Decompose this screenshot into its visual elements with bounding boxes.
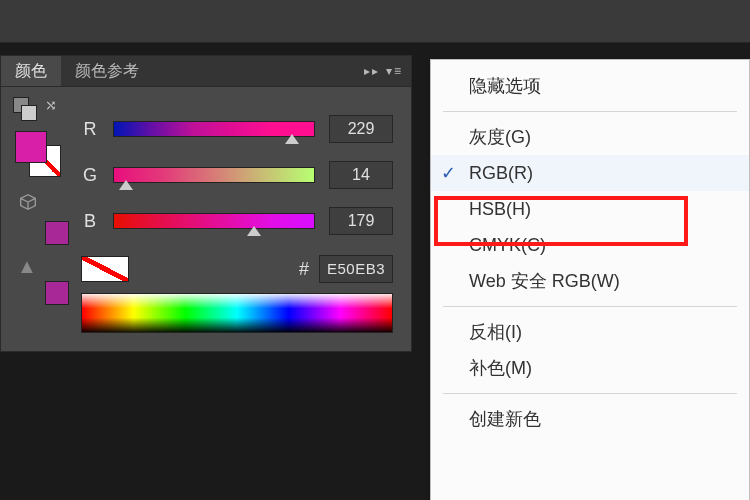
b-value[interactable]: 179 [329,207,393,235]
workspace: 颜色 颜色参考 ▸▸ ▾≡ ⤭ ▲ [0,43,750,500]
menu-hide-options[interactable]: 隐藏选项 [431,68,749,104]
color-mode-menu: 隐藏选项 灰度(G) ✓RGB(R) HSB(H) CMYK(C) Web 安全… [430,59,750,500]
menu-separator [443,306,737,307]
menu-web-safe[interactable]: Web 安全 RGB(W) [431,263,749,299]
menu-invert[interactable]: 反相(I) [431,314,749,350]
menu-separator [443,393,737,394]
tab-color-guide[interactable]: 颜色参考 [61,56,153,86]
menu-complement[interactable]: 补色(M) [431,350,749,386]
hex-hash: # [299,259,309,280]
panel-tabs: 颜色 颜色参考 ▸▸ ▾≡ [1,56,411,87]
r-label: R [81,119,99,140]
cube-icon [17,191,39,213]
menu-create-new[interactable]: 创建新色 [431,401,749,437]
g-thumb[interactable] [119,180,133,190]
b-slider[interactable] [113,213,315,229]
menu-hsb[interactable]: HSB(H) [431,191,749,227]
r-value[interactable]: 229 [329,115,393,143]
panel-menu-icon[interactable]: ▾≡ [386,64,403,78]
fg-bg-swatch[interactable] [15,131,61,177]
g-label: G [81,165,99,186]
color-spectrum[interactable] [81,293,393,333]
g-value[interactable]: 14 [329,161,393,189]
b-label: B [81,211,99,232]
menu-rgb-label: RGB(R) [469,163,533,184]
collapse-icon[interactable]: ▸▸ [364,64,380,78]
out-of-gamut-swatch[interactable] [45,221,69,245]
web-safe-swatch[interactable] [45,281,69,305]
swap-swatches-icon[interactable] [13,97,37,121]
b-thumb[interactable] [247,226,261,236]
menu-cmyk[interactable]: CMYK(C) [431,227,749,263]
fg-color[interactable] [15,131,47,163]
g-slider[interactable] [113,167,315,183]
menu-separator [443,111,737,112]
warning-icon: ▲ [17,255,39,277]
menu-rgb[interactable]: ✓RGB(R) [431,155,749,191]
check-icon: ✓ [441,162,456,184]
hex-input[interactable]: E50EB3 [319,255,393,283]
tab-color[interactable]: 颜色 [1,56,61,86]
app-top-bar [0,0,750,43]
menu-grayscale[interactable]: 灰度(G) [431,119,749,155]
r-slider[interactable] [113,121,315,137]
none-color-swatch[interactable] [81,256,129,282]
color-panel: 颜色 颜色参考 ▸▸ ▾≡ ⤭ ▲ [0,55,412,352]
r-thumb[interactable] [285,134,299,144]
swap-arrow-icon[interactable]: ⤭ [45,97,63,113]
